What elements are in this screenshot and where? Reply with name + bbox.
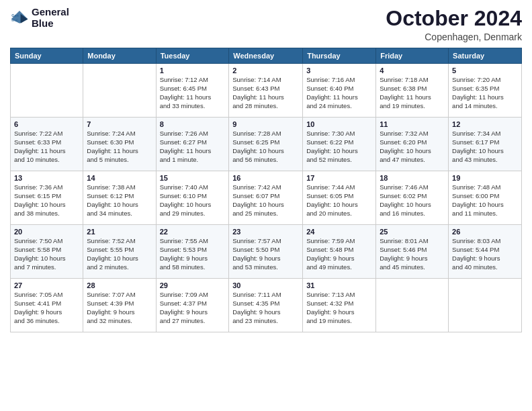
day-number: 12	[452, 120, 518, 128]
day-info: Sunrise: 7:07 AMSunset: 4:39 PMDaylight:…	[87, 291, 152, 325]
day-info: Sunrise: 7:28 AMSunset: 6:25 PMDaylight:…	[232, 130, 299, 164]
table-row: 14Sunrise: 7:38 AMSunset: 6:12 PMDayligh…	[83, 171, 156, 225]
day-info: Sunrise: 7:20 AMSunset: 6:35 PMDaylight:…	[452, 76, 518, 110]
day-number: 15	[160, 174, 226, 182]
month-title: October 2024	[386, 7, 522, 30]
day-number: 22	[160, 228, 226, 236]
day-info: Sunrise: 7:26 AMSunset: 6:27 PMDaylight:…	[160, 130, 226, 164]
col-saturday: Saturday	[449, 48, 522, 64]
day-number: 5	[452, 66, 518, 75]
day-info: Sunrise: 7:38 AMSunset: 6:12 PMDaylight:…	[87, 183, 152, 218]
calendar-header-row: Sunday Monday Tuesday Wednesday Thursday…	[11, 48, 522, 64]
col-friday: Friday	[376, 48, 449, 64]
table-row: 28Sunrise: 7:07 AMSunset: 4:39 PMDayligh…	[83, 279, 156, 332]
day-info: Sunrise: 7:42 AMSunset: 6:07 PMDaylight:…	[232, 183, 299, 218]
col-tuesday: Tuesday	[156, 48, 229, 64]
table-row: 2Sunrise: 7:14 AMSunset: 6:43 PMDaylight…	[229, 64, 303, 118]
day-number: 6	[14, 120, 79, 128]
day-info: Sunrise: 7:32 AMSunset: 6:20 PMDaylight:…	[380, 130, 445, 164]
day-info: Sunrise: 7:50 AMSunset: 5:58 PMDaylight:…	[14, 237, 79, 271]
day-number: 20	[14, 228, 79, 236]
table-row: 27Sunrise: 7:05 AMSunset: 4:41 PMDayligh…	[11, 279, 83, 332]
day-number: 24	[306, 228, 372, 236]
day-number: 3	[306, 66, 372, 75]
day-info: Sunrise: 7:16 AMSunset: 6:40 PMDaylight:…	[306, 76, 372, 110]
table-row: 30Sunrise: 7:11 AMSunset: 4:35 PMDayligh…	[229, 279, 303, 332]
day-info: Sunrise: 7:18 AMSunset: 6:38 PMDaylight:…	[380, 76, 445, 110]
day-info: Sunrise: 7:12 AMSunset: 6:45 PMDaylight:…	[160, 76, 226, 110]
table-row: 15Sunrise: 7:40 AMSunset: 6:10 PMDayligh…	[156, 171, 229, 225]
col-monday: Monday	[83, 48, 156, 64]
table-row	[11, 64, 83, 118]
day-info: Sunrise: 7:40 AMSunset: 6:10 PMDaylight:…	[160, 183, 226, 218]
day-info: Sunrise: 7:48 AMSunset: 6:00 PMDaylight:…	[452, 183, 518, 218]
logo: Gen eral General Blue	[10, 7, 69, 29]
day-number: 2	[232, 66, 299, 75]
calendar-row-0: 1Sunrise: 7:12 AMSunset: 6:45 PMDaylight…	[11, 64, 522, 118]
day-number: 8	[160, 120, 226, 128]
day-number: 7	[87, 120, 152, 128]
table-row: 29Sunrise: 7:09 AMSunset: 4:37 PMDayligh…	[156, 279, 229, 332]
col-sunday: Sunday	[11, 48, 83, 64]
day-number: 14	[87, 174, 152, 182]
day-info: Sunrise: 7:44 AMSunset: 6:05 PMDaylight:…	[306, 183, 372, 218]
day-number: 1	[160, 66, 226, 75]
calendar-row-3: 20Sunrise: 7:50 AMSunset: 5:58 PMDayligh…	[11, 225, 522, 279]
col-wednesday: Wednesday	[229, 48, 303, 64]
table-row: 3Sunrise: 7:16 AMSunset: 6:40 PMDaylight…	[303, 64, 376, 118]
table-row: 11Sunrise: 7:32 AMSunset: 6:20 PMDayligh…	[376, 118, 449, 171]
table-row: 6Sunrise: 7:22 AMSunset: 6:33 PMDaylight…	[11, 118, 83, 171]
day-info: Sunrise: 7:14 AMSunset: 6:43 PMDaylight:…	[232, 76, 299, 110]
day-info: Sunrise: 8:03 AMSunset: 5:44 PMDaylight:…	[452, 237, 518, 271]
logo-line2: Blue	[32, 18, 69, 30]
day-info: Sunrise: 7:22 AMSunset: 6:33 PMDaylight:…	[14, 130, 79, 164]
table-row: 25Sunrise: 8:01 AMSunset: 5:46 PMDayligh…	[376, 225, 449, 279]
day-number: 10	[306, 120, 372, 128]
table-row: 13Sunrise: 7:36 AMSunset: 6:15 PMDayligh…	[11, 171, 83, 225]
day-number: 16	[232, 174, 299, 182]
calendar-page: Gen eral General Blue October 2024 Copen…	[0, 0, 532, 411]
day-info: Sunrise: 7:24 AMSunset: 6:30 PMDaylight:…	[87, 130, 152, 164]
table-row: 9Sunrise: 7:28 AMSunset: 6:25 PMDaylight…	[229, 118, 303, 171]
table-row: 20Sunrise: 7:50 AMSunset: 5:58 PMDayligh…	[11, 225, 83, 279]
day-info: Sunrise: 7:59 AMSunset: 5:48 PMDaylight:…	[306, 237, 372, 271]
day-number: 11	[380, 120, 445, 128]
location-subtitle: Copenhagen, Denmark	[386, 32, 522, 42]
table-row	[376, 279, 449, 332]
table-row: 16Sunrise: 7:42 AMSunset: 6:07 PMDayligh…	[229, 171, 303, 225]
day-number: 30	[232, 281, 299, 289]
day-number: 28	[87, 281, 152, 289]
table-row: 12Sunrise: 7:34 AMSunset: 6:17 PMDayligh…	[449, 118, 522, 171]
day-number: 23	[232, 228, 299, 236]
svg-text:eral: eral	[11, 18, 17, 22]
day-number: 19	[452, 174, 518, 182]
calendar-row-1: 6Sunrise: 7:22 AMSunset: 6:33 PMDaylight…	[11, 118, 522, 171]
day-number: 13	[14, 174, 79, 182]
day-info: Sunrise: 7:57 AMSunset: 5:50 PMDaylight:…	[232, 237, 299, 271]
day-number: 26	[452, 228, 518, 236]
table-row: 1Sunrise: 7:12 AMSunset: 6:45 PMDaylight…	[156, 64, 229, 118]
day-number: 27	[14, 281, 79, 289]
logo-line1: General	[32, 7, 69, 18]
table-row: 19Sunrise: 7:48 AMSunset: 6:00 PMDayligh…	[449, 171, 522, 225]
day-number: 17	[306, 174, 372, 182]
day-info: Sunrise: 7:05 AMSunset: 4:41 PMDaylight:…	[14, 291, 79, 325]
calendar-row-2: 13Sunrise: 7:36 AMSunset: 6:15 PMDayligh…	[11, 171, 522, 225]
day-info: Sunrise: 7:55 AMSunset: 5:53 PMDaylight:…	[160, 237, 226, 271]
table-row: 24Sunrise: 7:59 AMSunset: 5:48 PMDayligh…	[303, 225, 376, 279]
table-row: 7Sunrise: 7:24 AMSunset: 6:30 PMDaylight…	[83, 118, 156, 171]
day-number: 4	[380, 66, 445, 75]
table-row: 17Sunrise: 7:44 AMSunset: 6:05 PMDayligh…	[303, 171, 376, 225]
logo-text: General Blue	[32, 7, 69, 29]
day-info: Sunrise: 7:46 AMSunset: 6:02 PMDaylight:…	[380, 183, 445, 218]
table-row: 31Sunrise: 7:13 AMSunset: 4:32 PMDayligh…	[303, 279, 376, 332]
svg-text:Gen: Gen	[11, 13, 19, 17]
table-row: 26Sunrise: 8:03 AMSunset: 5:44 PMDayligh…	[449, 225, 522, 279]
table-row: 10Sunrise: 7:30 AMSunset: 6:22 PMDayligh…	[303, 118, 376, 171]
day-number: 25	[380, 228, 445, 236]
table-row: 18Sunrise: 7:46 AMSunset: 6:02 PMDayligh…	[376, 171, 449, 225]
calendar-row-4: 27Sunrise: 7:05 AMSunset: 4:41 PMDayligh…	[11, 279, 522, 332]
day-number: 29	[160, 281, 226, 289]
day-number: 18	[380, 174, 445, 182]
table-row: 23Sunrise: 7:57 AMSunset: 5:50 PMDayligh…	[229, 225, 303, 279]
